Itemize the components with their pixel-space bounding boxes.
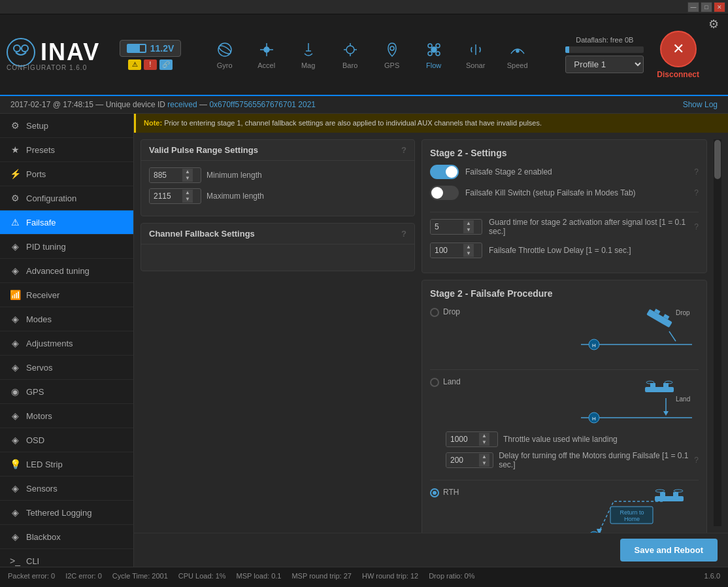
failsafe-enabled-toggle[interactable] [430, 165, 459, 179]
minimize-button[interactable]: — [687, 2, 699, 12]
min-length-input[interactable]: 885 ▲ ▼ [149, 167, 201, 183]
sidebar-item-ports[interactable]: ⚡ Ports [0, 162, 133, 186]
sidebar-item-servos[interactable]: ◈ Servos [0, 356, 133, 380]
motor-delay-down[interactable]: ▼ [479, 460, 489, 467]
profile-select[interactable]: Profile 1 [565, 56, 644, 73]
sidebar-item-led-strip[interactable]: 💡 LED Strip [0, 452, 133, 477]
sidebar-item-advanced-tuning[interactable]: ◈ Advanced tuning [0, 259, 133, 283]
led-icon: 💡 [9, 459, 21, 469]
sidebar-label-presets: Presets [26, 145, 55, 155]
sidebar-item-blackbox[interactable]: ◈ Blackbox [0, 525, 133, 549]
throttle-delay-value[interactable]: 100 [431, 243, 463, 258]
sidebar-label-gps: GPS [26, 387, 44, 397]
nav-flow[interactable]: Flow [414, 37, 454, 73]
sidebar-item-adjustments[interactable]: ◈ Adjustments [0, 331, 133, 356]
sidebar-item-receiver[interactable]: 📶 Receiver [0, 283, 133, 307]
divider1 [430, 212, 699, 212]
battery-voltage: 11.2V [150, 43, 174, 54]
sidebar-item-modes[interactable]: ◈ Modes [0, 307, 133, 331]
guard-time-input[interactable]: 5 ▲ ▼ [430, 219, 482, 235]
nav-mag[interactable]: Mag [289, 37, 328, 73]
min-length-label: Minimum length [207, 171, 262, 180]
throttle-delay-up[interactable]: ▲ [463, 244, 474, 250]
msp-round-trip: MSP round trip: 27 [291, 572, 352, 580]
svg-point-6 [390, 46, 394, 50]
motor-delay-help[interactable]: ? [694, 456, 699, 465]
save-reboot-button[interactable]: Save and Reboot [620, 539, 718, 562]
motor-delay-up[interactable]: ▲ [479, 454, 489, 460]
nav-accel[interactable]: Accel [247, 37, 286, 73]
throttle-delay-down[interactable]: ▼ [463, 250, 474, 257]
sidebar-item-pid-tuning[interactable]: ◈ PID tuning [0, 235, 133, 259]
sidebar-item-tethered-logging[interactable]: ◈ Tethered Logging [0, 501, 133, 525]
channel-fallback-help[interactable]: ? [401, 229, 406, 239]
cycle-time: Cycle Time: 2001 [112, 572, 168, 580]
min-length-down[interactable]: ▼ [182, 175, 193, 182]
sidebar-item-setup[interactable]: ⚙ Setup [0, 114, 133, 138]
settings-button[interactable]: ⚙ [706, 14, 721, 34]
guard-time-down[interactable]: ▼ [463, 227, 474, 233]
sidebar-item-configuration[interactable]: ⚙ Configuration [0, 186, 133, 210]
valid-pulse-help[interactable]: ? [401, 145, 406, 155]
guard-time-up[interactable]: ▲ [463, 220, 474, 227]
scroll-thumb[interactable] [714, 140, 721, 179]
configurator-version: CONFIGURATOR 1.6.0 [7, 64, 87, 71]
throttle-value[interactable]: 1000 [446, 432, 479, 446]
svg-point-5 [346, 46, 354, 54]
modes-icon: ◈ [9, 314, 21, 324]
sidebar-item-motors[interactable]: ◈ Motors [0, 404, 133, 428]
max-length-input[interactable]: 2115 ▲ ▼ [149, 188, 201, 204]
sidebar-label-led: LED Strip [26, 460, 63, 469]
nav-baro[interactable]: Baro [331, 37, 370, 73]
max-length-up[interactable]: ▲ [182, 190, 193, 196]
disconnect-button[interactable]: ✕ Disconnect [657, 31, 699, 79]
scroll-track[interactable] [714, 139, 721, 527]
sidebar-item-osd[interactable]: ◈ OSD [0, 428, 133, 452]
max-length-row: 2115 ▲ ▼ Maximum length [149, 188, 406, 204]
guard-time-value[interactable]: 5 [431, 220, 463, 234]
version: 1.6.0 [704, 572, 720, 580]
sidebar-item-cli[interactable]: >_ CLI [0, 549, 133, 567]
failsafe-enabled-row: Failsafe Stage 2 enabled ? [430, 165, 699, 179]
svg-point-0 [14, 45, 20, 52]
failsafe-enabled-help[interactable]: ? [694, 167, 699, 176]
nav-gps[interactable]: GPS [372, 37, 412, 73]
nav-sonar[interactable]: Sonar [456, 37, 495, 73]
drop-ratio: Drop ratio: 0% [429, 572, 474, 580]
motor-delay-value[interactable]: 200 [446, 453, 479, 467]
max-length-value[interactable]: 2115 [150, 189, 182, 203]
sidebar-label-motors: Motors [26, 411, 52, 421]
sidebar-item-failsafe[interactable]: ⚠ Failsafe [0, 210, 133, 235]
sidebar-item-gps[interactable]: ◉ GPS [0, 380, 133, 404]
sidebar-label-modes: Modes [26, 314, 52, 324]
sidebar-label-cli: CLI [26, 556, 39, 566]
max-length-down[interactable]: ▼ [182, 196, 193, 203]
throttle-value-input[interactable]: 1000 ▲ ▼ [446, 431, 498, 447]
maximize-button[interactable]: □ [701, 2, 712, 12]
left-panel: Valid Pulse Range Settings ? 885 ▲ ▼ [141, 139, 415, 527]
guard-time-help[interactable]: ? [694, 222, 699, 231]
nav-speed[interactable]: Speed [498, 37, 537, 73]
stage2-settings-section: Stage 2 - Settings Failsafe Stage 2 enab… [422, 139, 707, 273]
throttle-down[interactable]: ▼ [479, 439, 489, 446]
kill-switch-toggle[interactable] [430, 186, 459, 200]
min-length-value[interactable]: 885 [150, 168, 182, 182]
throttle-up[interactable]: ▲ [479, 433, 489, 439]
kill-switch-help[interactable]: ? [694, 188, 699, 197]
sidebar-label-ports: Ports [26, 169, 46, 179]
rth-radio[interactable] [430, 488, 439, 497]
motor-delay-label: Delay for turning off the Motors during … [499, 451, 689, 469]
close-button[interactable]: ✕ [714, 2, 725, 12]
gps-icon: ◉ [9, 386, 21, 397]
throttle-delay-input[interactable]: 100 ▲ ▼ [430, 243, 482, 258]
nav-gyro[interactable]: Gyro [205, 37, 244, 73]
kill-switch-label: Failsafe Kill Switch (setup Failsafe in … [465, 188, 687, 197]
logo: INAV [7, 38, 100, 67]
motor-delay-input[interactable]: 200 ▲ ▼ [446, 452, 493, 468]
sidebar-item-presets[interactable]: ★ Presets [0, 138, 133, 162]
drop-radio[interactable] [430, 308, 439, 317]
land-radio[interactable] [430, 378, 439, 387]
show-log-button[interactable]: Show Log [683, 100, 718, 109]
sidebar-item-sensors[interactable]: ◈ Sensors [0, 477, 133, 501]
min-length-up[interactable]: ▲ [182, 169, 193, 175]
